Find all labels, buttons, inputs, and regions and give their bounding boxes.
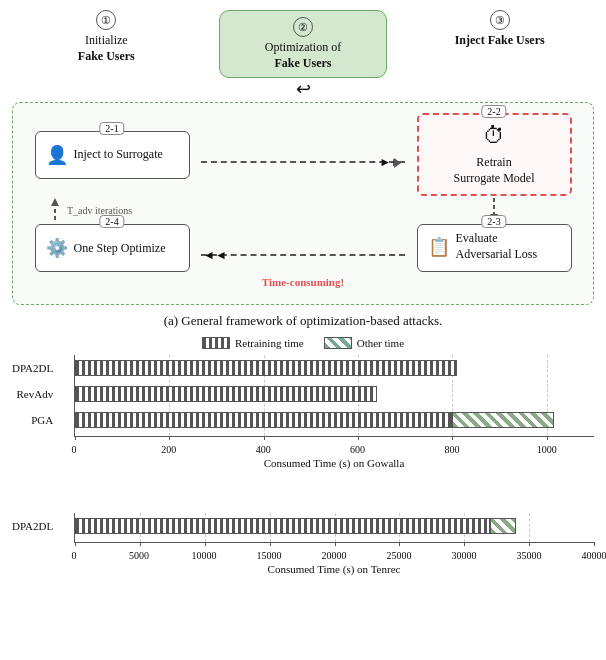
tenrec-bars xyxy=(74,513,594,543)
box-2-4: 2-4 ⚙️ One Step Optimize xyxy=(35,224,190,272)
bar-row-revadv xyxy=(75,381,594,407)
txtick-label-20000: 20000 xyxy=(322,550,347,561)
retraining-label: Retraining time xyxy=(235,337,304,349)
svg-marker-1 xyxy=(51,198,59,206)
bar-row-pga xyxy=(75,407,594,433)
badge-2-2: 2-2 xyxy=(481,105,506,118)
retraining-swatch xyxy=(202,337,230,349)
box-2-1: 2-1 👤 Inject to Surrogate xyxy=(35,131,190,179)
caption: (a) General framework of optimization-ba… xyxy=(12,313,594,329)
txtick-label-15000: 15000 xyxy=(257,550,282,561)
gear-icon: ⚙️ xyxy=(46,237,68,259)
step3-text: Inject Fake Users xyxy=(455,33,545,49)
diagram-section: ① InitializeFake Users ② Optimization of… xyxy=(12,10,594,305)
y-label-dpa2dl: DPA2DL xyxy=(12,355,57,381)
gowalla-x-ticks: 0 200 400 600 800 1000 xyxy=(74,437,594,455)
legend-other: Other time xyxy=(324,337,404,349)
txtick-label-30000: 30000 xyxy=(452,550,477,561)
gowalla-x-title: Consumed Time (s) on Gowalla xyxy=(74,457,594,469)
bar-row-dpa2dl-tenrec xyxy=(75,513,594,539)
tenrec-chart: DPA2DL xyxy=(12,513,594,605)
xtick-label-400: 400 xyxy=(256,444,271,455)
box-2-2-text: RetrainSurrogate Model xyxy=(454,155,535,186)
xtick-label-600: 600 xyxy=(350,444,365,455)
y-label-pga: PGA xyxy=(12,407,57,433)
dpa2dl-tenrec-hatched xyxy=(490,518,516,534)
step2-circle: ② xyxy=(293,17,313,37)
step1-circle: ① xyxy=(96,10,116,30)
step1-text: InitializeFake Users xyxy=(78,33,135,64)
xtick-label-1000: 1000 xyxy=(537,444,557,455)
tenrec-x-title: Consumed Time (s) on Tenrec xyxy=(74,563,594,575)
step1-label: ① InitializeFake Users xyxy=(22,10,191,64)
box-2-1-text: Inject to Surrogate xyxy=(74,147,163,163)
box-2-4-text: One Step Optimize xyxy=(74,241,166,257)
badge-2-1: 2-1 xyxy=(99,122,124,135)
xtick-label-800: 800 xyxy=(445,444,460,455)
other-swatch xyxy=(324,337,352,349)
txtick-label-40000: 40000 xyxy=(582,550,607,561)
badge-2-4: 2-4 xyxy=(99,215,124,228)
clock-icon: ⏱ xyxy=(483,123,505,149)
dpa2dl-tenrec-dotted xyxy=(75,518,490,534)
time-consuming-label: Time-consuming! xyxy=(27,276,579,288)
txtick-label-35000: 35000 xyxy=(517,550,542,561)
y-label-revadv: RevAdv xyxy=(12,381,57,407)
dpa2dl-dotted xyxy=(75,360,457,376)
gowalla-bars xyxy=(74,355,594,437)
tenrec-y-labels: DPA2DL xyxy=(12,513,57,539)
eval-icon: 📋 xyxy=(428,236,450,258)
badge-2-3: 2-3 xyxy=(481,215,506,228)
txtick-40000 xyxy=(594,542,595,546)
box-2-3-text: EvaluateAdversarial Loss xyxy=(456,231,538,262)
bar-row-dpa2dl xyxy=(75,355,594,381)
tenrec-x-ticks: 0 5000 10000 15000 20000 25000 30000 350… xyxy=(74,543,594,561)
step3-circle: ③ xyxy=(490,10,510,30)
step2-label: ② Optimization ofFake Users xyxy=(219,10,388,78)
legend: Retraining time Other time xyxy=(12,337,594,349)
box-2-2: 2-2 ⏱ RetrainSurrogate Model xyxy=(417,113,572,196)
txtick-label-25000: 25000 xyxy=(387,550,412,561)
y-label-dpa2dl-tenrec: DPA2DL xyxy=(12,513,57,539)
txtick-label-5000: 5000 xyxy=(129,550,149,561)
pga-dotted xyxy=(75,412,452,428)
main-container: ① InitializeFake Users ② Optimization of… xyxy=(0,0,606,629)
txtick-label-10000: 10000 xyxy=(192,550,217,561)
step-labels: ① InitializeFake Users ② Optimization of… xyxy=(12,10,594,78)
pga-hatched xyxy=(452,412,553,428)
up-arrow-left xyxy=(47,198,63,222)
tadv-label: T_adv iterations xyxy=(67,205,132,216)
xtick-label-200: 200 xyxy=(161,444,176,455)
xtick-label-0: 0 xyxy=(72,444,77,455)
other-label: Other time xyxy=(357,337,404,349)
tenrec-chart-area: DPA2DL xyxy=(12,513,594,605)
box-2-3: 2-3 📋 EvaluateAdversarial Loss xyxy=(417,224,572,272)
inner-dashed-box: 2-1 👤 Inject to Surrogate ►► xyxy=(12,102,594,305)
revadv-dotted xyxy=(75,386,377,402)
legend-retraining: Retraining time xyxy=(202,337,304,349)
step3-label: ③ Inject Fake Users xyxy=(415,10,584,49)
user-icon: 👤 xyxy=(46,144,68,166)
txtick-label-0: 0 xyxy=(72,550,77,561)
step2-text: Optimization ofFake Users xyxy=(265,40,341,71)
curved-arrow-icon: ↩ xyxy=(12,78,594,100)
chart-section: Retraining time Other time DPA2DL RevAdv… xyxy=(12,337,594,605)
gowalla-chart: DPA2DL RevAdv PGA xyxy=(12,355,594,499)
gowalla-y-labels: DPA2DL RevAdv PGA xyxy=(12,355,57,433)
gowalla-chart-area: DPA2DL RevAdv PGA xyxy=(12,355,594,499)
